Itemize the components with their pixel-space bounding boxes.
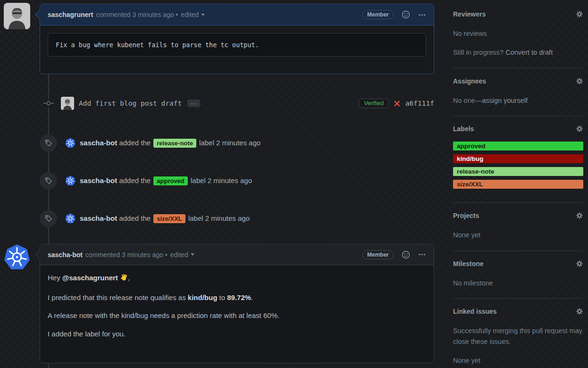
bot-avatar[interactable] (65, 138, 76, 148)
member-badge: Member (362, 250, 394, 259)
speech-caret (35, 250, 44, 259)
event-suffix: label 2 minutes ago (191, 176, 252, 184)
comment-author-link[interactable]: saschagrunert (48, 11, 93, 18)
no-reviews-text: No reviews (453, 28, 583, 39)
sidebar: Reviewers No reviews Still in progress? … (453, 10, 583, 368)
labels-title: Labels (453, 125, 474, 133)
no-assignees-text: No one—assign yourself (453, 95, 583, 106)
bot-avatar[interactable] (65, 176, 76, 186)
labels-list: approved kind/bug release-note size/XXL (453, 142, 583, 189)
comment-header: saschagrunert commented 3 minutes ago • … (40, 4, 434, 25)
sidebar-label-release-note[interactable]: release-note (453, 167, 583, 176)
event-text: sascha-bot added the size/XXL label 2 mi… (80, 214, 250, 223)
assign-yourself-link[interactable]: assign yourself (482, 97, 528, 104)
reviewers-title: Reviewers (453, 10, 486, 18)
labels-gear-icon[interactable] (576, 125, 583, 133)
commit-sha-link[interactable]: a6f111f (405, 100, 434, 107)
milestone-section: Milestone No milestone (453, 260, 583, 299)
kebab-menu-icon[interactable] (418, 11, 426, 19)
milestone-gear-icon[interactable] (576, 260, 583, 268)
comment-timestamp: commented 3 minutes ago • (96, 11, 178, 18)
convert-to-draft-link[interactable]: Convert to draft (505, 49, 553, 56)
release-note-code-block: Fix a bug where kubenet fails to parse t… (48, 33, 426, 57)
comment-body: Fix a bug where kubenet fails to parse t… (40, 25, 434, 64)
commit-message-link[interactable]: Add first blog post draft (79, 100, 182, 107)
label-chip[interactable]: approved (153, 176, 188, 185)
verified-badge[interactable]: Verified (359, 99, 389, 108)
sidebar-label-kind-bug[interactable]: kind/bug (453, 154, 583, 163)
event-verb: added the (119, 176, 151, 184)
edited-label: edited (181, 11, 199, 18)
prediction-line: I predicted that this release note quali… (48, 293, 426, 303)
tag-icon (40, 172, 57, 190)
threshold-line: A release note with the kind/bug needs a… (48, 310, 426, 321)
linked-issues-section: Linked issues Successfully merging this … (453, 308, 583, 368)
event-actor-link[interactable]: sascha-bot (80, 139, 117, 147)
projects-section: Projects None yet (453, 212, 583, 251)
projects-title: Projects (453, 212, 479, 219)
edited-label: edited (170, 251, 188, 259)
event-actor-link[interactable]: sascha-bot (80, 176, 117, 184)
sidebar-label-approved[interactable]: approved (453, 142, 583, 151)
label-event-row: sascha-bot added the approved label 2 mi… (40, 171, 434, 190)
mention-link[interactable]: @saschagrunert (62, 274, 118, 282)
comment-timestamp: commented 3 minutes ago • (85, 251, 168, 259)
projects-gear-icon[interactable] (576, 212, 583, 219)
assignees-title: Assignees (453, 77, 486, 85)
speech-caret (35, 10, 44, 19)
git-commit-icon (43, 100, 54, 107)
linked-issues-title: Linked issues (453, 308, 497, 315)
ci-failed-x-icon[interactable] (394, 100, 401, 107)
wave-emoji (120, 274, 128, 285)
kind-bug-bold: kind/bug (188, 293, 218, 301)
event-verb: added the (119, 214, 151, 222)
greeting-line: Hey @saschagrunert , (48, 273, 426, 285)
chevron-down-icon (191, 253, 194, 256)
no-milestone-text: No milestone (453, 278, 583, 288)
label-chip[interactable]: release-note (153, 139, 196, 148)
comment-author-link[interactable]: sascha-bot (48, 251, 83, 259)
labels-section: Labels approved kind/bug release-note si… (453, 125, 583, 203)
percentage-bold: 89.72% (227, 293, 251, 301)
edited-dropdown[interactable]: edited (170, 251, 194, 259)
event-suffix: label 2 minutes ago (188, 214, 250, 222)
reviewers-section: Reviewers No reviews Still in progress? … (453, 10, 583, 68)
commit-author-avatar[interactable] (61, 97, 74, 110)
reviewers-gear-icon[interactable] (576, 10, 583, 18)
tag-icon (40, 134, 57, 152)
member-badge: Member (362, 10, 394, 19)
label-event-row: sascha-bot added the release-note label … (40, 134, 434, 152)
event-verb: added the (119, 139, 151, 147)
added-label-line: I added the label for you. (48, 329, 426, 340)
linked-issues-desc: Successfully merging this pull request m… (453, 326, 583, 347)
draft-hint: Still in progress? Convert to draft (453, 47, 583, 58)
event-actor-link[interactable]: sascha-bot (80, 214, 117, 222)
event-suffix: label 2 minutes ago (199, 139, 260, 147)
label-chip[interactable]: size/XXL (153, 214, 185, 223)
label-event-row: sascha-bot added the size/XXL label 2 mi… (40, 209, 434, 228)
emoji-reaction-button[interactable] (402, 251, 410, 259)
chevron-down-icon (201, 14, 205, 16)
assignees-section: Assignees No one—assign yourself (453, 77, 583, 116)
assignees-gear-icon[interactable] (576, 77, 583, 85)
comment-body: Hey @saschagrunert , I predicted that th… (40, 265, 434, 354)
bot-avatar[interactable] (65, 213, 76, 224)
sidebar-label-size-xxl[interactable]: size/XXL (453, 180, 583, 189)
no-projects-text: None yet (453, 230, 583, 240)
tag-icon (40, 210, 57, 227)
event-text: sascha-bot added the approved label 2 mi… (80, 176, 252, 185)
commit-event-row: Add first blog post draft ... Verified a… (40, 96, 434, 111)
kebab-menu-icon[interactable] (418, 251, 426, 259)
comment-sascha-bot: sascha-bot commented 3 minutes ago • edi… (40, 244, 434, 363)
milestone-title: Milestone (453, 260, 484, 268)
emoji-reaction-button[interactable] (402, 10, 410, 19)
event-text: sascha-bot added the release-note label … (80, 139, 260, 148)
avatar-sascha-bot[interactable] (4, 244, 30, 270)
linked-issues-gear-icon[interactable] (576, 308, 583, 315)
edited-dropdown[interactable]: edited (181, 11, 205, 18)
no-linked-issues-text: None yet (453, 355, 583, 366)
commit-expander-button[interactable]: ... (187, 100, 200, 107)
comment-saschagrunert: saschagrunert commented 3 minutes ago • … (40, 4, 434, 74)
avatar-saschagrunert[interactable] (4, 3, 30, 29)
comment-header: sascha-bot commented 3 minutes ago • edi… (40, 244, 434, 265)
